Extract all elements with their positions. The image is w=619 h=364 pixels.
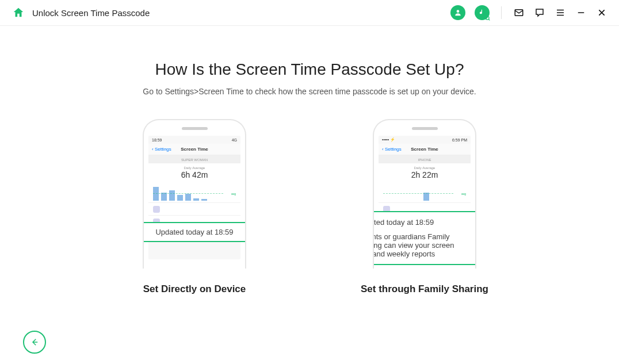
close-icon[interactable]	[596, 7, 607, 18]
chart: avg	[148, 182, 240, 202]
daily-avg-label: Daily Average	[153, 166, 236, 170]
phone-navbar: ‹ Settings Screen Time	[148, 144, 240, 155]
back-button[interactable]	[23, 331, 46, 354]
svg-point-0	[457, 10, 460, 13]
options-row: 18:59 4G ‹ Settings Screen Time SUPER WO…	[0, 119, 619, 295]
status-right: 6:59 PM	[452, 138, 467, 142]
daily-avg-label: Daily Average	[383, 166, 466, 170]
nav-back: ‹ Settings	[152, 147, 171, 152]
option-label: Set through Family Sharing	[361, 283, 488, 295]
bar	[193, 198, 199, 201]
phone-statusbar: 18:59 4G	[148, 136, 240, 144]
list-row	[148, 202, 240, 215]
chart: avg	[379, 182, 471, 202]
option-direct-on-device[interactable]: 18:59 4G ‹ Settings Screen Time SUPER WO…	[114, 119, 275, 295]
bar	[161, 193, 167, 201]
daily-average: Daily Average 2h 22m	[379, 163, 471, 182]
callout: Updated today at 18:59	[143, 222, 246, 242]
header-right	[450, 5, 607, 20]
status-right: 4G	[232, 138, 237, 142]
phone-navbar: ‹ Settings Screen Time	[379, 144, 471, 155]
avg-tag: avg	[231, 192, 236, 196]
divider	[501, 6, 502, 19]
nav-back: ‹ Settings	[382, 147, 402, 152]
callout-line: Parents or guardians Family Sharing can …	[373, 232, 469, 258]
menu-icon[interactable]	[555, 7, 566, 18]
phone-speaker	[182, 127, 208, 130]
daily-average: Daily Average 6h 42m	[148, 163, 240, 182]
phone-mockup: 18:59 4G ‹ Settings Screen Time SUPER WO…	[143, 119, 246, 269]
callout-line: Updated today at 18:59	[373, 218, 469, 227]
callout: Updated today at 18:59 Parents or guardi…	[373, 211, 476, 265]
app-title: Unlock Screen Time Passcode	[32, 8, 150, 18]
section-label: IPHONE	[379, 155, 471, 163]
callout-line: Updated today at 18:59	[143, 228, 246, 236]
bar	[177, 195, 183, 201]
bar	[153, 187, 159, 201]
status-time: 18:59	[152, 138, 162, 142]
section-label: SUPER WOMAN	[148, 155, 240, 163]
app-header: Unlock Screen Time Passcode	[0, 0, 619, 26]
svg-point-1	[486, 16, 489, 20]
header-left: Unlock Screen Time Passcode	[12, 6, 150, 20]
bar	[201, 199, 207, 201]
status-signal: ••••• ⚡	[382, 137, 395, 142]
bar	[423, 193, 429, 201]
bar	[169, 190, 175, 201]
feedback-icon[interactable]	[534, 7, 545, 18]
mail-icon[interactable]	[513, 7, 525, 18]
phone-statusbar: ••••• ⚡ 6:59 PM	[379, 136, 471, 144]
daily-avg-value: 2h 22m	[383, 170, 466, 179]
page-subtitle: Go to Settings>Screen Time to check how …	[0, 87, 619, 96]
music-icon[interactable]	[475, 5, 490, 20]
option-family-sharing[interactable]: ••••• ⚡ 6:59 PM ‹ Settings Screen Time I…	[344, 119, 505, 295]
home-icon[interactable]	[12, 6, 25, 20]
avg-tag: avg	[461, 192, 466, 196]
row-icon	[153, 206, 160, 213]
main-content: How Is the Screen Time Passcode Set Up? …	[0, 26, 619, 295]
daily-avg-value: 6h 42m	[153, 170, 236, 179]
phone-mockup: ••••• ⚡ 6:59 PM ‹ Settings Screen Time I…	[373, 119, 476, 269]
user-icon[interactable]	[450, 5, 465, 20]
bar	[185, 194, 191, 201]
nav-title: Screen Time	[411, 147, 438, 152]
page-title: How Is the Screen Time Passcode Set Up?	[0, 60, 619, 79]
phone-speaker	[412, 127, 438, 130]
option-label: Set Directly on Device	[143, 283, 246, 295]
minimize-icon[interactable]	[575, 7, 587, 18]
nav-title: Screen Time	[181, 147, 208, 152]
